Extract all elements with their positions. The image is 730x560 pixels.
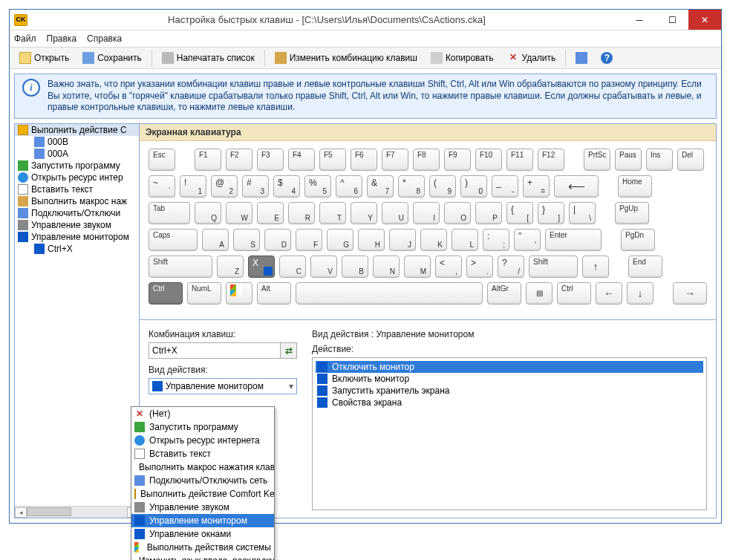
key-end[interactable]: End <box>628 255 662 278</box>
key-rbracket[interactable]: }] <box>538 202 564 224</box>
key-0[interactable]: )0 <box>460 175 487 198</box>
key-minus[interactable]: _- <box>492 175 518 198</box>
key-backslash[interactable]: |\ <box>569 202 596 224</box>
key-1[interactable]: !1 <box>180 175 206 198</box>
key-f11[interactable]: F11 <box>506 149 533 171</box>
key-del[interactable]: Del <box>677 149 704 171</box>
key-equals[interactable]: += <box>523 175 550 198</box>
key-apostrophe[interactable]: "' <box>514 229 541 251</box>
dropdown-item[interactable]: Подключить/Отключить сеть <box>131 474 274 487</box>
dropdown-item[interactable]: Выполнить действия системы <box>131 541 274 554</box>
action-type-combo[interactable]: Управление монитором ▾ <box>149 378 297 394</box>
key-2[interactable]: @2 <box>211 175 238 198</box>
key-tab[interactable]: Tab <box>149 202 190 224</box>
menu-help[interactable]: Справка <box>87 33 122 44</box>
close-button[interactable]: ✕ <box>688 10 721 30</box>
key-f7[interactable]: F7 <box>382 149 408 171</box>
key-s[interactable]: S <box>233 229 260 251</box>
key-pgdn[interactable]: PgDn <box>621 229 655 251</box>
key-grave[interactable]: ~` <box>149 175 175 198</box>
dropdown-item[interactable]: Открыть ресурс интернета <box>131 434 274 447</box>
tree-item[interactable]: Открыть ресурс интер <box>15 172 139 183</box>
key-f5[interactable]: F5 <box>319 149 346 171</box>
key-z[interactable]: Z <box>217 255 244 278</box>
tree-item[interactable]: 000A <box>15 148 139 160</box>
key-rctrl[interactable]: Ctrl <box>557 282 591 305</box>
key-f3[interactable]: F3 <box>257 149 284 171</box>
change-shortcut-button[interactable]: Изменить комбинацию клавиш <box>270 50 423 66</box>
key-q[interactable]: Q <box>195 202 221 224</box>
save-button[interactable]: Сохранить <box>77 50 147 66</box>
key-l[interactable]: L <box>452 229 478 251</box>
key-k[interactable]: K <box>420 229 447 251</box>
key-altgr[interactable]: AltGr <box>487 282 521 305</box>
key-d[interactable]: D <box>264 229 291 251</box>
key-c[interactable]: C <box>279 255 306 278</box>
key-down[interactable]: ↓ <box>627 282 654 305</box>
key-7[interactable]: &7 <box>367 175 394 198</box>
key-v[interactable]: V <box>310 255 337 278</box>
key-j[interactable]: J <box>389 229 416 251</box>
tree-item[interactable]: Выполнить макрос наж <box>15 195 139 207</box>
key-h[interactable]: H <box>358 229 385 251</box>
maximize-button[interactable]: ☐ <box>656 10 688 30</box>
action-type-dropdown[interactable]: ✕(Нет) Запустить программу Открыть ресур… <box>131 406 275 560</box>
key-u[interactable]: U <box>382 202 408 224</box>
action-item[interactable]: Отключить монитор <box>316 361 703 373</box>
key-f1[interactable]: F1 <box>195 149 221 171</box>
key-enter[interactable]: Enter <box>545 229 602 251</box>
key-esc[interactable]: Esc <box>149 149 175 171</box>
key-pause[interactable]: Paus <box>615 149 642 171</box>
tree-item[interactable]: Подключить/Отключи <box>15 207 139 219</box>
dropdown-item[interactable]: Выполнить макрос нажатия клав <box>131 460 274 474</box>
key-r[interactable]: R <box>288 202 315 224</box>
dropdown-item[interactable]: Управление монитором <box>131 514 274 527</box>
key-a[interactable]: A <box>202 229 229 251</box>
key-rshift[interactable]: Shift <box>529 255 578 278</box>
key-backspace[interactable]: ⟵ <box>554 175 599 198</box>
key-f8[interactable]: F8 <box>413 149 440 171</box>
key-e[interactable]: E <box>257 202 284 224</box>
key-b[interactable]: B <box>342 255 368 278</box>
tree-item[interactable]: Управление монитором <box>15 231 139 243</box>
delete-button[interactable]: ✕Удалить <box>502 50 561 66</box>
key-lalt[interactable]: Alt <box>257 282 291 305</box>
dropdown-item[interactable]: Управление окнами <box>131 527 274 541</box>
key-f9[interactable]: F9 <box>444 149 471 171</box>
print-button[interactable]: Напечатать список <box>157 50 260 66</box>
key-prtsc[interactable]: PrtSc <box>584 149 610 171</box>
shortcut-input[interactable] <box>149 342 281 359</box>
key-9[interactable]: (9 <box>429 175 456 198</box>
key-n[interactable]: N <box>373 255 400 278</box>
menu-file[interactable]: Файл <box>14 33 36 44</box>
key-i[interactable]: I <box>413 202 440 224</box>
dropdown-item[interactable]: Запустить программу <box>131 420 274 434</box>
key-f[interactable]: F <box>296 229 322 251</box>
key-3[interactable]: #3 <box>242 175 269 198</box>
key-m[interactable]: M <box>404 255 431 278</box>
menu-edit[interactable]: Правка <box>47 33 77 44</box>
copy-button[interactable]: Копировать <box>426 50 499 66</box>
dropdown-item[interactable]: Управление звуком <box>131 501 274 514</box>
scroll-thumb[interactable] <box>27 507 71 516</box>
key-6[interactable]: ^6 <box>336 175 362 198</box>
key-lshift[interactable]: Shift <box>149 255 212 278</box>
key-menu[interactable]: ▤ <box>526 282 553 305</box>
scroll-track[interactable] <box>27 507 127 518</box>
tree-item[interactable]: Вставить текст <box>15 183 139 195</box>
key-up[interactable]: ↑ <box>582 255 609 278</box>
keyboard-tool-button[interactable] <box>570 50 593 66</box>
key-8[interactable]: *8 <box>398 175 425 198</box>
key-slash[interactable]: ?/ <box>498 255 524 278</box>
key-g[interactable]: G <box>327 229 353 251</box>
key-x[interactable]: X <box>248 255 275 278</box>
key-win[interactable] <box>226 282 252 305</box>
key-numlock[interactable]: NumL <box>187 282 221 305</box>
dropdown-item[interactable]: Изменить язык ввода, раскладку <box>131 554 274 560</box>
action-item[interactable]: Запустить хранитель экрана <box>316 385 703 397</box>
dropdown-item[interactable]: Вставить текст <box>131 447 274 460</box>
key-semicolon[interactable]: :; <box>483 229 509 251</box>
key-f10[interactable]: F10 <box>475 149 502 171</box>
key-t[interactable]: T <box>319 202 346 224</box>
key-caps[interactable]: Caps <box>149 229 198 251</box>
